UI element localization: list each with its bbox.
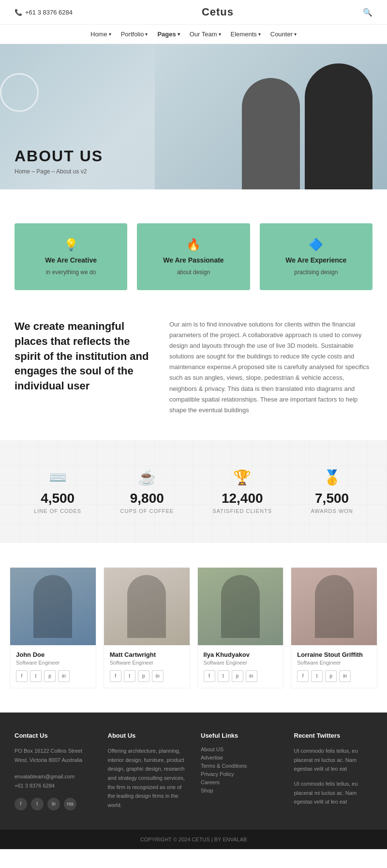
footer-address: PO Box 16122 Collins Street West, Victor… [15,746,93,764]
footer-contact-heading: Contact Us [15,732,93,739]
linkedin-icon[interactable]: in [58,670,70,682]
twitter-icon[interactable]: t [30,670,42,682]
counter-label-awards: AWARDS WON [311,508,353,514]
person-silhouette-1 [127,575,166,638]
top-bar: 📞 +61 3 8376 6284 Cetus 🔍 [0,0,387,25]
team-info-0: John Doe Software Engineer f t p in [10,645,96,688]
breadcrumb: Home – Page – About us v2 [15,168,103,175]
footer-link-terms[interactable]: Terms & Conditions [201,763,280,769]
footer-link-advertise[interactable]: Advertise [201,755,280,760]
footer-link-about[interactable]: About US [201,746,280,752]
footer-grid: Contact Us PO Box 16122 Collins Street W… [15,732,372,810]
team-name-0: John Doe [16,651,90,658]
feature-card-experience: 🔷 We Are Experience practising design [260,223,372,290]
team-info-1: Matt Cartwright Software Engineer f t p … [104,645,190,688]
passionate-icon: 🔥 [186,238,201,251]
counter-clients: 🏆 12,400 SATISFIED CLIENTS [212,469,272,514]
twitter-icon[interactable]: t [311,670,323,682]
pinterest-icon[interactable]: p [138,670,149,682]
person-right [305,63,372,189]
counter-num-codes: 4,500 [34,491,81,506]
clients-icon: 🏆 [212,469,272,486]
hero-section: ABOUT US Home – Page – About us v2 [0,44,387,189]
linkedin-icon[interactable]: in [152,670,164,682]
pinterest-icon[interactable]: p [325,670,337,682]
chevron-down-icon: ▾ [258,31,261,37]
twitter-icon[interactable]: t [218,670,229,682]
footer-facebook-icon[interactable]: f [15,798,27,810]
footer-twitter-icon[interactable]: t [31,798,44,810]
team-role-1: Software Engineer [110,660,184,666]
features-section: 💡 We Are Creative in everything we do 🔥 … [0,204,387,310]
footer-about-text: Offering architecture, planning, interio… [108,746,187,810]
person-left [242,78,300,189]
pinterest-icon[interactable]: p [232,670,243,682]
nav-portfolio[interactable]: Portfolio ▾ [121,31,148,38]
linkedin-icon[interactable]: in [339,670,351,682]
footer-linkedin-icon[interactable]: in [47,798,60,810]
facebook-icon[interactable]: f [110,670,121,682]
team-socials-1: f t p in [110,670,184,682]
twitter-icon[interactable]: t [124,670,135,682]
chevron-down-icon: ▾ [145,31,148,37]
footer-email: envalabteam@gmail.com [15,772,93,781]
facebook-icon[interactable]: f [297,670,309,682]
chevron-down-icon: ▾ [294,31,297,37]
site-logo[interactable]: Cetus [202,6,234,18]
footer-copyright: COPYRIGHT © 2024 CETUS | BY ENVALAB [0,830,387,849]
pinterest-icon[interactable]: p [44,670,56,682]
footer: Contact Us PO Box 16122 Collins Street W… [0,713,387,830]
team-card-1: Matt Cartwright Software Engineer f t p … [104,567,190,688]
footer-tweet-1: Ut commodo felis tellus, eu placerat mi … [294,779,373,806]
main-nav: Home ▾ Portfolio ▾ Pages ▾ Our Team ▾ El… [0,25,387,44]
nav-elements[interactable]: Elements ▾ [231,31,261,38]
counter-num-clients: 12,400 [212,491,272,506]
feature-card-creative: 💡 We Are Creative in everything we do [15,223,127,290]
team-role-0: Software Engineer [16,660,90,666]
awards-icon: 🥇 [311,469,353,486]
team-card-2: Ilya Khudyakov Software Engineer f t p i… [197,567,284,688]
team-socials-3: f t p in [297,670,371,682]
search-icon[interactable]: 🔍 [363,8,372,17]
counter-label-coffee: CUPS OF COFFEE [120,508,174,514]
counter-num-awards: 7,500 [311,491,353,506]
facebook-icon[interactable]: f [16,670,28,682]
counter-num-coffee: 9,800 [120,491,174,506]
counter-awards: 🥇 7,500 AWARDS WON [311,469,353,514]
team-photo-0 [10,568,96,645]
person-silhouette-0 [33,575,72,638]
team-photo-1 [104,568,190,645]
hero-decoration [0,73,39,112]
chevron-down-icon: ▾ [219,31,221,37]
footer-rss-icon[interactable]: rss [64,798,76,810]
nav-pages[interactable]: Pages ▾ [157,31,179,38]
experience-icon: 🔷 [309,238,323,251]
team-socials-0: f t p in [16,670,90,682]
footer-about-heading: About Us [108,732,187,739]
person-silhouette-3 [315,575,354,638]
hero-image [155,44,387,189]
facebook-icon[interactable]: f [204,670,215,682]
footer-link-careers[interactable]: Careers [201,779,280,785]
team-photo-2 [198,568,283,645]
footer-links-heading: Useful Links [201,732,280,739]
about-section: We create meaningful places that reflect… [0,310,387,440]
about-heading: We create meaningful places that reflect… [15,319,150,416]
footer-link-privacy[interactable]: Privacy Policy [201,771,280,777]
nav-our-team[interactable]: Our Team ▾ [190,31,221,38]
coffee-icon: ☕ [120,469,174,486]
counter-section: ⌨️ 4,500 LINE OF CODES ☕ 9,800 CUPS OF C… [0,440,387,543]
hero-content: ABOUT US Home – Page – About us v2 [15,147,103,175]
nav-counter[interactable]: Counter ▾ [270,31,297,38]
team-name-2: Ilya Khudyakov [204,651,278,658]
page-title: ABOUT US [15,147,103,165]
team-name-1: Matt Cartwright [110,651,184,658]
nav-home[interactable]: Home ▾ [90,31,111,38]
feature-title-passionate: We Are Passionate [163,256,223,264]
team-info-3: Lorraine Stout Griffith Software Enginee… [291,645,377,688]
feature-title-creative: We Are Creative [45,256,97,264]
phone-number[interactable]: 📞 +61 3 8376 6284 [15,9,73,16]
footer-link-shop[interactable]: Shop [201,788,280,793]
feature-sub-experience: practising design [294,269,338,276]
linkedin-icon[interactable]: in [246,670,257,682]
